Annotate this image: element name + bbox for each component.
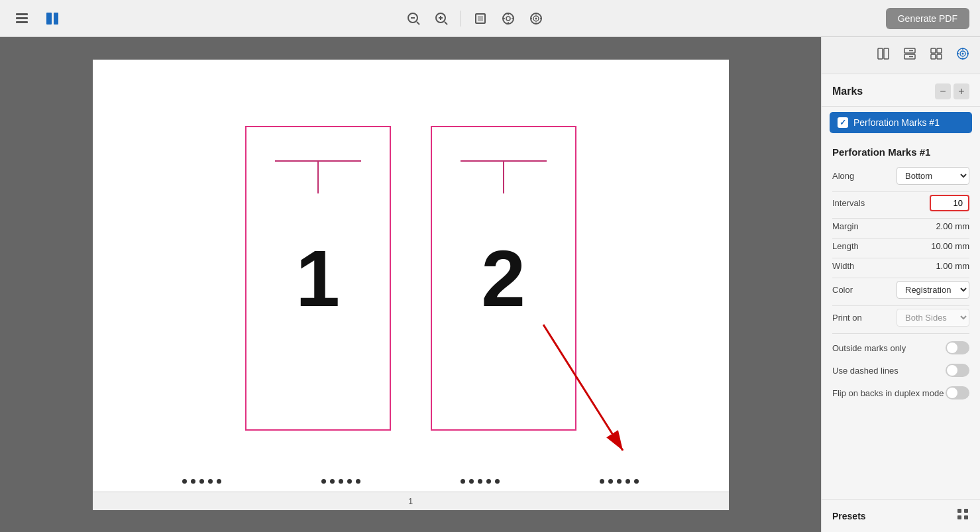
width-value: 1.00 mm (936, 261, 969, 271)
length-label: Length (832, 241, 859, 251)
t-mark-1-vertical (317, 160, 319, 193)
perf-dot (486, 479, 491, 484)
right-panel: Marks − + Perforation Marks #1 Perforati… (821, 37, 980, 532)
outside-marks-label: Outside marks only (832, 343, 906, 353)
svg-rect-38 (937, 54, 942, 59)
marks-header-buttons: − + (935, 83, 969, 99)
divider-4 (832, 258, 969, 258)
rp-target-btn[interactable] (951, 43, 975, 68)
presets-label: Presets (832, 511, 866, 521)
perf-dot (617, 479, 622, 484)
marks-section-title: Marks (832, 85, 863, 97)
rp-panel2-icon (903, 47, 916, 60)
white-page: 1 2 (93, 60, 729, 510)
svg-rect-36 (937, 48, 942, 53)
zoom-in-icon (434, 11, 449, 26)
dashed-lines-label: Use dashed lines (832, 366, 898, 376)
color-label: Color (832, 285, 853, 295)
svg-rect-3 (46, 13, 52, 25)
zoom-out-icon (406, 11, 421, 26)
divider-6 (832, 305, 969, 306)
toolbar-right: Generate PDF (886, 8, 969, 29)
rp-panel3-btn[interactable] (924, 43, 948, 68)
svg-line-7 (417, 22, 419, 25)
width-row: Width 1.00 mm (832, 261, 969, 271)
main-area: 1 2 (0, 37, 980, 532)
columns-icon-btn[interactable] (41, 9, 64, 28)
svg-rect-0 (16, 13, 28, 15)
toolbar-divider (461, 11, 461, 27)
svg-rect-4 (54, 13, 58, 25)
perf-dot-group-2 (321, 479, 360, 484)
divider-2 (832, 218, 969, 219)
color-select[interactable]: Registration (897, 281, 969, 299)
fit-page-btn[interactable] (469, 9, 492, 28)
perforation-dots-row (93, 479, 729, 484)
perf-dot (600, 479, 604, 484)
perf-dot-group-1 (182, 479, 221, 484)
outside-marks-toggle[interactable] (946, 341, 969, 354)
rows-icon-btn[interactable] (11, 9, 33, 28)
perf-dot (217, 479, 221, 484)
print-on-select[interactable]: Both Sides (897, 309, 969, 327)
perforation-marks-item[interactable]: Perforation Marks #1 (830, 112, 972, 133)
perf-dot (634, 479, 639, 484)
properties-title: Perforation Marks #1 (832, 146, 969, 158)
generate-pdf-button[interactable]: Generate PDF (886, 8, 969, 29)
divider-5 (832, 278, 969, 278)
along-select[interactable]: Bottom (897, 167, 969, 185)
perf-dot (191, 479, 195, 484)
perf-dot (321, 479, 326, 484)
svg-rect-30 (884, 48, 889, 59)
perf-dot (608, 479, 613, 484)
marks-item-checkbox[interactable] (838, 117, 848, 128)
perf-dot (461, 479, 465, 484)
print-on-label: Print on (832, 313, 862, 323)
divider-7 (832, 333, 969, 334)
perf-dot (478, 479, 482, 484)
presets-grid-icon[interactable] (956, 507, 969, 524)
perf-dot (469, 479, 474, 484)
zoom-in-btn[interactable] (430, 9, 453, 28)
length-row: Length 10.00 mm (832, 241, 969, 251)
perf-dot (356, 479, 360, 484)
panel-1: 1 (245, 126, 391, 431)
perf-dot (626, 479, 630, 484)
marks-minus-btn[interactable]: − (935, 83, 951, 99)
canvas-area: 1 2 (0, 37, 821, 532)
fit-width-btn[interactable] (497, 9, 519, 28)
svg-rect-29 (878, 48, 883, 59)
rp-panel1-btn[interactable] (871, 43, 895, 68)
intervals-input[interactable] (930, 195, 969, 211)
marks-plus-btn[interactable]: + (953, 83, 969, 99)
toolbar-center (69, 9, 881, 28)
svg-rect-2 (16, 21, 28, 23)
perf-dot (182, 479, 187, 484)
grid-icon (956, 507, 969, 521)
marks-item-label: Perforation Marks #1 (853, 117, 940, 128)
dashed-lines-toggle[interactable] (946, 364, 969, 377)
page-number: 1 (408, 496, 413, 506)
svg-point-41 (962, 53, 964, 55)
flip-backs-label: Flip on backs in duplex mode (832, 388, 944, 398)
rp-panel2-btn[interactable] (898, 43, 922, 68)
perf-dot-group-3 (461, 479, 500, 484)
color-row: Color Registration (832, 281, 969, 299)
perf-dot-group-4 (600, 479, 639, 484)
panels-row: 1 2 (93, 99, 729, 470)
flip-backs-toggle[interactable] (946, 386, 969, 399)
zoom-reset-icon (529, 11, 543, 26)
svg-line-11 (445, 22, 447, 25)
zoom-reset-btn[interactable] (525, 9, 547, 28)
panel-2: 2 (431, 126, 576, 431)
zoom-out-btn[interactable] (402, 9, 425, 28)
length-value: 10.00 mm (931, 241, 969, 251)
target-icon (956, 47, 969, 60)
presets-footer: Presets (822, 499, 980, 532)
perf-dot (330, 479, 335, 484)
page-number-bar: 1 (93, 492, 729, 510)
svg-rect-46 (957, 509, 961, 513)
outside-marks-row: Outside marks only (832, 337, 969, 359)
t-mark-2-vertical (503, 160, 504, 193)
width-label: Width (832, 261, 854, 271)
